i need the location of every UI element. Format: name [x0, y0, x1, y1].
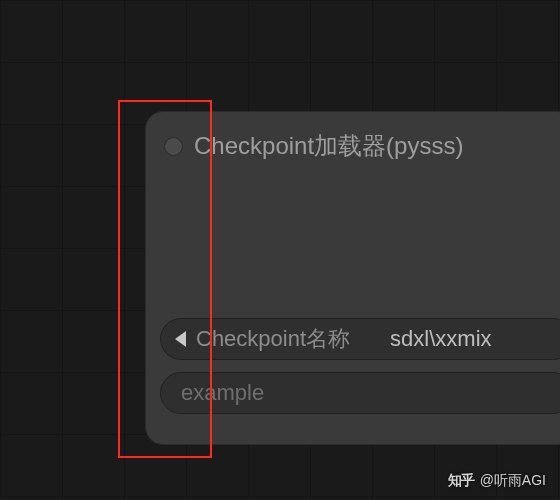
combo-label: Checkpoint名称 [196, 324, 350, 354]
checkpoint-name-combo[interactable]: Checkpoint名称 sdxl\xxmix [160, 318, 560, 360]
chevron-left-icon[interactable] [175, 331, 186, 347]
text-placeholder: example [181, 380, 264, 406]
node-header[interactable]: Checkpoint加载器(pysss) [146, 112, 560, 162]
checkpoint-loader-node[interactable]: Checkpoint加载器(pysss) Checkpoint名称 sdxl\x… [145, 111, 560, 445]
zhihu-logo-icon: 知乎 [448, 472, 474, 490]
example-text-input[interactable]: example [160, 372, 560, 414]
output-port-icon[interactable] [164, 137, 183, 156]
node-title: Checkpoint加载器(pysss) [194, 130, 463, 162]
combo-value: sdxl\xxmix [390, 326, 491, 352]
watermark: 知乎 @听雨AGI [448, 472, 546, 490]
node-widgets: Checkpoint名称 sdxl\xxmix example [160, 318, 560, 414]
watermark-text: @听雨AGI [480, 472, 546, 490]
